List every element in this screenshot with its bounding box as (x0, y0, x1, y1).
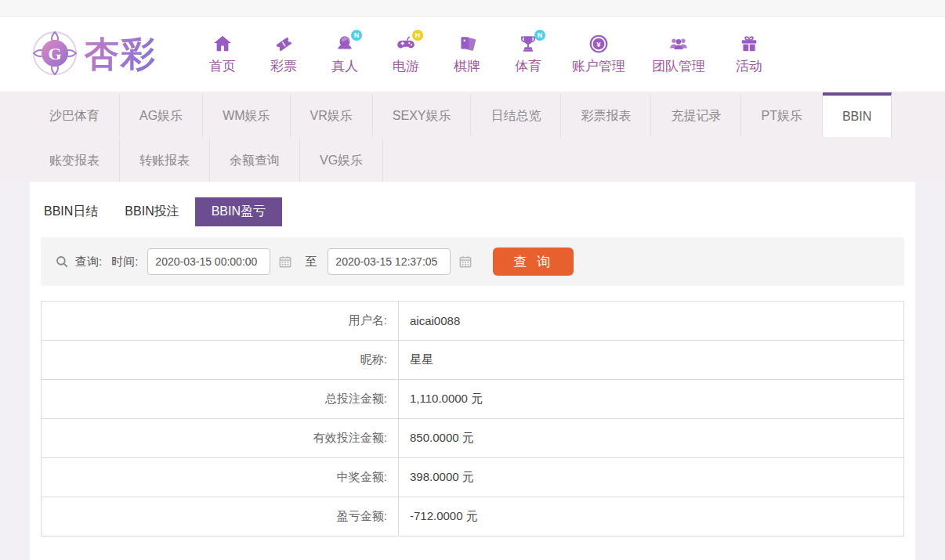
nav-label: 棋牌 (454, 57, 480, 75)
brand-logo[interactable]: G 杏彩 (30, 28, 157, 81)
report-tabbar: 沙巴体育 AG娱乐 WM娱乐 VR娱乐 SEXY娱乐 日结总览 彩票报表 充提记… (0, 92, 945, 182)
table-row-total-bet: 总投注金额: 1,110.0000 元 (42, 380, 903, 419)
nav-label: 体育 (515, 57, 541, 75)
tab-wm[interactable]: WM娱乐 (203, 92, 290, 137)
content-card: BBIN日结 BBIN投注 BBIN盈亏 查询: 时间: 至 查 询 用户名: … (30, 182, 915, 560)
nav-label: 首页 (209, 57, 236, 75)
row-label: 中奖金额: (42, 458, 399, 497)
main-nav: 首页 彩票 N 真人 H 电游 棋牌 (205, 34, 766, 75)
nav-item-lottery[interactable]: 彩票 (266, 34, 301, 75)
query-bar: 查询: 时间: 至 查 询 (41, 237, 904, 286)
svg-text:G: G (48, 44, 61, 63)
nav-label: 团队管理 (652, 57, 705, 75)
tab-ag[interactable]: AG娱乐 (120, 92, 203, 137)
nav-item-account[interactable]: ¥ 账户管理 (572, 34, 625, 75)
query-button[interactable]: 查 询 (493, 247, 574, 276)
tab-bbin[interactable]: BBIN (823, 92, 892, 137)
tab-vr[interactable]: VR娱乐 (291, 92, 373, 137)
tab-sexy[interactable]: SEXY娱乐 (373, 92, 472, 137)
tab-pt[interactable]: PT娱乐 (741, 92, 822, 137)
nav-label: 电游 (393, 57, 419, 75)
trophy-icon: N (518, 34, 538, 54)
calendar-icon[interactable] (278, 255, 292, 269)
new-badge: N (351, 30, 362, 41)
nav-label: 真人 (331, 57, 358, 75)
table-row-username: 用户名: aicai0088 (42, 302, 903, 341)
tab-deposit-withdraw[interactable]: 充提记录 (651, 92, 741, 137)
profit-loss-table: 用户名: aicai0088 昵称: 星星 总投注金额: 1,110.0000 … (41, 301, 904, 537)
search-icon (55, 255, 69, 269)
gift-icon (739, 34, 759, 54)
end-time-input[interactable] (328, 248, 451, 275)
gamepad-icon: H (396, 34, 416, 54)
table-row-nickname: 昵称: 星星 (42, 341, 903, 380)
brand-flower-icon: G (30, 28, 80, 81)
row-value: 1,110.0000 元 (399, 380, 903, 418)
row-label: 昵称: (42, 341, 399, 379)
row-value: 星星 (399, 341, 903, 379)
calendar-icon[interactable] (458, 255, 472, 269)
nav-label: 彩票 (270, 57, 297, 75)
live-dealer-icon: N (335, 34, 355, 54)
nav-item-boardgames[interactable]: 棋牌 (450, 34, 484, 75)
tab-daily-summary[interactable]: 日结总览 (471, 92, 561, 137)
nav-item-live[interactable]: N 真人 (328, 34, 362, 75)
subtab-bbin-bets[interactable]: BBIN投注 (125, 197, 179, 226)
header: G 杏彩 首页 彩票 N 真人 H (0, 17, 945, 92)
nav-label: 活动 (736, 57, 762, 75)
nav-item-team[interactable]: 团队管理 (652, 34, 705, 75)
coin-icon: ¥ (588, 34, 609, 54)
table-row-valid-bet: 有效投注金额: 850.0000 元 (42, 419, 903, 458)
cards-icon (457, 34, 477, 54)
query-label: 查询: (75, 255, 102, 269)
row-label: 用户名: (42, 302, 399, 340)
time-label: 时间: (111, 255, 138, 269)
hot-badge: H (412, 30, 423, 41)
nav-item-sports[interactable]: N 体育 (511, 34, 545, 75)
nav-item-home[interactable]: 首页 (205, 34, 240, 75)
ticket-icon (273, 34, 294, 54)
table-row-profit-loss: 盈亏金额: -712.0000 元 (42, 497, 903, 537)
home-icon (212, 34, 233, 54)
tab-vg[interactable]: VG娱乐 (300, 137, 383, 182)
table-row-winnings: 中奖金额: 398.0000 元 (42, 458, 903, 497)
top-strip (0, 0, 945, 17)
team-icon (668, 34, 689, 54)
start-time-input[interactable] (147, 248, 270, 275)
row-label: 盈亏金额: (42, 497, 399, 536)
nav-label: 账户管理 (572, 57, 625, 75)
tab-account-change[interactable]: 账变报表 (30, 137, 120, 182)
row-value: aicai0088 (399, 302, 903, 340)
row-value: 398.0000 元 (399, 458, 903, 497)
tab-shaba-sports[interactable]: 沙巴体育 (30, 92, 120, 137)
subtab-bbin-daily[interactable]: BBIN日结 (44, 197, 98, 226)
row-value: -712.0000 元 (399, 497, 903, 536)
row-value: 850.0000 元 (399, 419, 903, 457)
row-label: 总投注金额: (42, 380, 399, 418)
row-label: 有效投注金额: (42, 419, 399, 457)
brand-name: 杏彩 (85, 31, 157, 78)
bbin-subtabs: BBIN日结 BBIN投注 BBIN盈亏 (41, 193, 904, 237)
nav-item-promotions[interactable]: 活动 (732, 34, 766, 75)
tab-transfer-report[interactable]: 转账报表 (120, 137, 210, 182)
to-label: 至 (305, 255, 317, 269)
nav-item-egames[interactable]: H 电游 (389, 34, 423, 75)
tab-balance-query[interactable]: 余额查询 (210, 137, 300, 182)
new-badge: N (534, 30, 545, 41)
svg-text:¥: ¥ (596, 40, 601, 49)
tab-lottery-report[interactable]: 彩票报表 (561, 92, 651, 137)
subtab-bbin-profitloss[interactable]: BBIN盈亏 (195, 197, 282, 226)
